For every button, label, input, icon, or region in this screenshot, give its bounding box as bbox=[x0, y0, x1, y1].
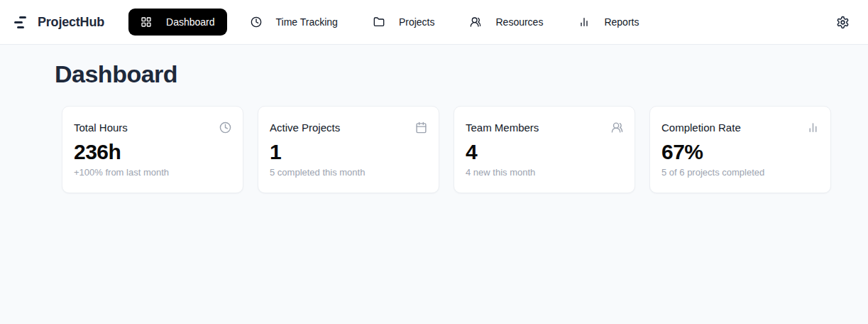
card-value: 4 bbox=[466, 140, 623, 163]
nav-item-label: Time Tracking bbox=[276, 16, 338, 28]
card-title: Total Hours bbox=[74, 122, 128, 134]
users-icon bbox=[470, 16, 481, 28]
folder-icon bbox=[373, 16, 385, 28]
card-value: 236h bbox=[74, 140, 231, 163]
nav-item-reports[interactable]: Reports bbox=[566, 9, 651, 36]
menu-lines-icon bbox=[14, 16, 26, 28]
card-subtitle: 5 completed this month bbox=[270, 167, 427, 178]
stats-cards: Total Hours 236h +100% from last month A… bbox=[62, 106, 831, 193]
top-nav-bar: ProjectHub Dashboard Time Tracking Proje… bbox=[0, 0, 868, 45]
card-subtitle: 5 of 6 projects completed bbox=[661, 167, 819, 178]
stat-card-completion-rate: Completion Rate 67% 5 of 6 projects comp… bbox=[649, 106, 831, 193]
page-title: Dashboard bbox=[55, 60, 868, 88]
calendar-icon bbox=[415, 122, 427, 134]
card-title: Completion Rate bbox=[661, 122, 741, 134]
nav-item-resources[interactable]: Resources bbox=[458, 9, 555, 36]
brand-logo[interactable]: ProjectHub bbox=[14, 15, 104, 30]
bar-chart-icon bbox=[578, 16, 590, 28]
card-value: 67% bbox=[661, 140, 819, 163]
bar-chart-icon bbox=[807, 122, 819, 134]
clock-icon bbox=[251, 16, 262, 28]
card-subtitle: +100% from last month bbox=[74, 167, 231, 178]
brand-name: ProjectHub bbox=[38, 15, 104, 30]
stat-card-total-hours: Total Hours 236h +100% from last month bbox=[62, 106, 243, 193]
gear-icon bbox=[836, 16, 850, 29]
nav-item-dashboard[interactable]: Dashboard bbox=[128, 9, 227, 36]
clock-icon bbox=[219, 122, 231, 134]
nav-item-label: Reports bbox=[604, 16, 639, 28]
main-nav: Dashboard Time Tracking Projects Resourc… bbox=[128, 9, 651, 36]
stat-card-active-projects: Active Projects 1 5 completed this month bbox=[258, 106, 439, 193]
nav-item-label: Projects bbox=[399, 16, 435, 28]
stat-card-team-members: Team Members 4 4 new this month bbox=[454, 106, 635, 193]
card-subtitle: 4 new this month bbox=[466, 167, 623, 178]
nav-item-label: Dashboard bbox=[166, 16, 215, 28]
layout-grid-icon bbox=[141, 16, 152, 28]
settings-button[interactable] bbox=[836, 16, 850, 29]
users-icon bbox=[611, 122, 623, 134]
card-value: 1 bbox=[270, 140, 427, 163]
card-title: Team Members bbox=[466, 122, 539, 134]
main-content: Dashboard Total Hours 236h +100% from la… bbox=[0, 45, 868, 193]
nav-item-label: Resources bbox=[495, 16, 543, 28]
nav-item-projects[interactable]: Projects bbox=[361, 9, 447, 36]
card-title: Active Projects bbox=[270, 122, 340, 134]
nav-item-time-tracking[interactable]: Time Tracking bbox=[238, 9, 350, 36]
